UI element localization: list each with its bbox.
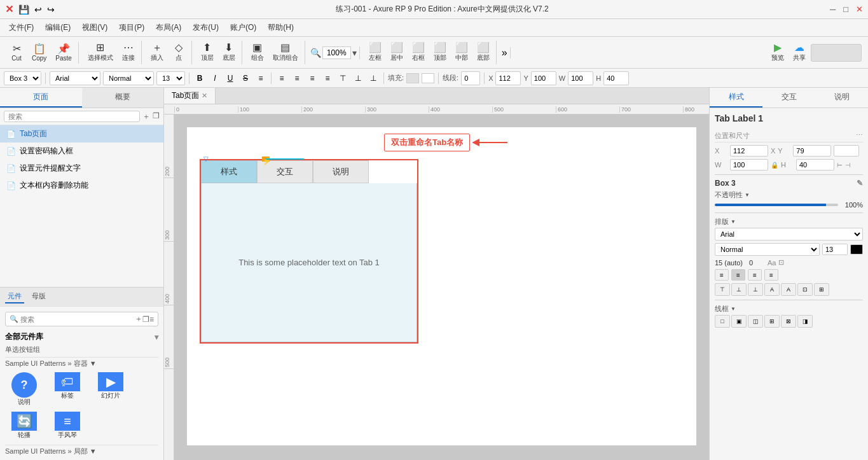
list-button[interactable]: ≡: [254, 71, 267, 85]
align-right-button[interactable]: ⬜右框: [408, 41, 429, 64]
valign-top-button[interactable]: ⊤: [336, 71, 349, 85]
canvas-tab-main[interactable]: Tab页面 ✕: [164, 88, 216, 104]
opacity-slider[interactable]: [715, 204, 838, 206]
text-style-icon1[interactable]: A: [764, 283, 780, 296]
paste-button[interactable]: 📌 Paste: [52, 42, 76, 64]
x-prop-input[interactable]: [730, 145, 768, 157]
menu-publish[interactable]: 发布(U): [188, 20, 224, 35]
expand-icon[interactable]: ⋯: [856, 131, 863, 141]
italic-button[interactable]: I: [209, 71, 221, 85]
lock-icon[interactable]: 🔒: [771, 162, 778, 169]
border-icon6[interactable]: ◨: [797, 315, 813, 328]
group-button[interactable]: ▣ 组合: [247, 41, 268, 64]
h-prop-input[interactable]: [796, 159, 834, 171]
comp-item-label[interactable]: 🏷 标签: [48, 372, 86, 407]
menu-project[interactable]: 项目(P): [114, 20, 149, 35]
zoom-level[interactable]: 100%: [322, 46, 351, 59]
tab-btn-note[interactable]: 说明: [313, 160, 369, 183]
redo-icon[interactable]: ↪: [47, 4, 55, 15]
y-input[interactable]: [531, 71, 556, 85]
valign-mid-icon[interactable]: ⊥: [731, 283, 747, 296]
valign-bottom-button[interactable]: ⊥: [367, 71, 380, 85]
size-prop-input[interactable]: [822, 244, 848, 255]
border-icon5[interactable]: ⊠: [781, 315, 796, 328]
right-tab-interact[interactable]: 交互: [762, 88, 815, 108]
align-center-button[interactable]: ⬜居中: [387, 41, 407, 64]
border-icon4[interactable]: ⊞: [764, 315, 780, 328]
bottom-button[interactable]: ⬇ 底层: [219, 41, 239, 64]
insert-button[interactable]: ＋ 插入: [147, 41, 167, 64]
canvas-viewport[interactable]: 双击重命名Tab名称 ▽: [174, 115, 709, 460]
page-item-hint[interactable]: 📄 设置元件提醒文字: [0, 160, 163, 177]
comp-search-input[interactable]: [20, 316, 135, 323]
tab-outline[interactable]: 概要: [82, 88, 164, 108]
right-tab-note[interactable]: 说明: [815, 88, 868, 108]
duplicate-page-icon[interactable]: ❐: [153, 111, 160, 122]
w-prop-input[interactable]: [730, 159, 768, 171]
align-text-center-icon[interactable]: ≡: [731, 269, 745, 281]
ungroup-button[interactable]: ▤ 取消组合: [269, 41, 302, 64]
right-tab-style[interactable]: 样式: [710, 88, 762, 108]
border-tri[interactable]: ▼: [731, 306, 736, 312]
align-text-justify-icon[interactable]: ≡: [764, 269, 778, 281]
zoom-in-icon[interactable]: 🔍: [310, 48, 321, 58]
tab-masters[interactable]: 母版: [29, 290, 48, 303]
align-bottom-button[interactable]: ⬜底部: [473, 41, 493, 64]
x-input[interactable]: [495, 71, 521, 85]
comp-item-explain[interactable]: ? 说明: [5, 372, 43, 407]
tab-components[interactable]: 元件: [5, 290, 24, 303]
add-comp-icon[interactable]: ＋: [135, 314, 142, 324]
border-icon2[interactable]: ▣: [731, 315, 747, 328]
connect-button[interactable]: ⋯ 连接: [118, 41, 139, 64]
font-prop-select[interactable]: Arial: [715, 228, 863, 240]
border-icon1[interactable]: □: [715, 315, 730, 328]
fill-color-swatch2[interactable]: [422, 73, 434, 83]
zoom-dropdown-icon[interactable]: ▾: [352, 48, 357, 58]
align-text-left-icon[interactable]: ≡: [715, 269, 729, 281]
copy-button[interactable]: 📋 Copy: [28, 42, 50, 64]
justify-text-button[interactable]: ≡: [321, 71, 334, 85]
menu-edit[interactable]: 编辑(E): [40, 20, 76, 35]
user-area[interactable]: [811, 44, 862, 62]
fill-color-swatch[interactable]: [406, 73, 419, 83]
style-select[interactable]: Normal: [103, 71, 154, 85]
cut-button[interactable]: ✂ Cut: [6, 42, 27, 64]
h-input[interactable]: [603, 71, 629, 85]
page-item-delete[interactable]: 📄 文本框内容删除功能: [0, 177, 163, 194]
align-middle-button[interactable]: ⬜中部: [451, 41, 472, 64]
select-mode-button[interactable]: ⊞ 选择模式: [84, 41, 117, 64]
tab-btn-style[interactable]: 样式: [201, 160, 257, 183]
close-button[interactable]: ✕: [856, 4, 863, 14]
constrain-icon[interactable]: ⊢: [837, 162, 843, 169]
pages-search-input[interactable]: [4, 111, 140, 122]
bold-button[interactable]: B: [193, 71, 206, 85]
library-dropdown-icon[interactable]: ▾: [155, 333, 158, 342]
border-icon3[interactable]: ◫: [748, 315, 763, 328]
valign-bot-icon[interactable]: ⊥: [748, 283, 763, 296]
align-right-text-button[interactable]: ≡: [306, 71, 319, 85]
valign-top-icon[interactable]: ⊤: [715, 283, 730, 296]
canvas-tab-close[interactable]: ✕: [202, 92, 207, 100]
opacity-tri[interactable]: ▼: [745, 192, 750, 198]
align-text-right-icon[interactable]: ≡: [748, 269, 762, 281]
share-button[interactable]: ☁ 共享: [789, 41, 809, 64]
align-left-text-button[interactable]: ≡: [275, 71, 288, 85]
undo-icon[interactable]: ↩: [34, 4, 42, 15]
top-button[interactable]: ⬆ 顶层: [197, 41, 217, 64]
size-select[interactable]: 13: [156, 71, 185, 85]
page-item-password[interactable]: 📄 设置密码输入框: [0, 143, 163, 160]
comp-item-slide[interactable]: ▶ 幻灯片: [92, 372, 130, 407]
align-top-button[interactable]: ⬜顶部: [430, 41, 450, 64]
valign-middle-button[interactable]: ⊥: [352, 71, 364, 85]
comp-item-carousel[interactable]: 🔄 轮播: [5, 412, 43, 440]
menu-layout[interactable]: 布局(A): [151, 20, 186, 35]
more-icon[interactable]: »: [502, 47, 507, 59]
font-color-swatch[interactable]: [850, 244, 863, 254]
add-page-icon[interactable]: ＋: [142, 111, 150, 122]
minimize-button[interactable]: ─: [830, 4, 836, 14]
menu-help[interactable]: 帮助(H): [263, 20, 299, 35]
font-select[interactable]: Arial: [50, 71, 100, 85]
text-style-icon2[interactable]: A: [781, 283, 796, 296]
y-prop-input[interactable]: [793, 145, 831, 157]
menu-account[interactable]: 账户(O): [225, 20, 261, 35]
